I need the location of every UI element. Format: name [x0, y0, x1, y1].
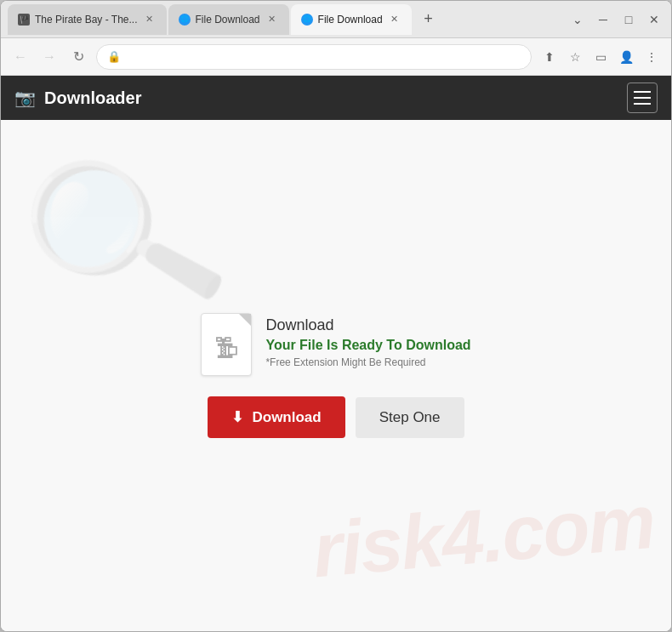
- hamburger-line-3: [634, 103, 651, 105]
- browser-window: 🏴 The Pirate Bay - The... ✕ 🌐 File Downl…: [0, 0, 672, 632]
- card-info: 🗜 Download Your File Is Ready To Downloa…: [201, 313, 470, 376]
- step-one-button[interactable]: Step One: [356, 397, 464, 438]
- new-tab-button[interactable]: +: [417, 8, 441, 31]
- camera-icon: 📷: [14, 88, 36, 108]
- file-icon: 🗜: [201, 313, 252, 376]
- share-icon[interactable]: ⬆: [538, 46, 561, 68]
- close-button[interactable]: ✕: [644, 9, 664, 30]
- download-button-label: Download: [252, 409, 321, 426]
- main-content: 🔍 risk4.com 🗜 Download Your File Is Read…: [1, 120, 671, 631]
- download-arrow-icon: ⬇: [231, 408, 243, 426]
- card-text: Download Your File Is Ready To Download …: [265, 313, 470, 368]
- window-controls: ⌄ ─ □ ✕: [567, 9, 664, 30]
- restore-button[interactable]: □: [618, 9, 639, 30]
- address-input[interactable]: 🔒: [96, 44, 532, 70]
- tab-filedownload1-label: File Download: [196, 14, 260, 26]
- download-title: Download: [265, 316, 470, 334]
- tab-pirate-close[interactable]: ✕: [143, 13, 157, 26]
- tab-filedownload2[interactable]: 🌐 File Download ✕: [291, 4, 412, 35]
- tab-favicon-circle1: 🌐: [179, 14, 191, 26]
- tab-filedownload2-close[interactable]: ✕: [388, 13, 401, 26]
- toolbar-icons: ⬆ ☆ ▭ 👤 ⋮: [538, 46, 663, 68]
- minimize-button[interactable]: ─: [593, 9, 613, 30]
- star-icon[interactable]: ☆: [564, 46, 586, 68]
- tab-filedownload2-label: File Download: [318, 14, 383, 26]
- download-note: *Free Extension Might Be Required: [265, 356, 470, 368]
- tab-bar: 🏴 The Pirate Bay - The... ✕ 🌐 File Downl…: [1, 1, 671, 38]
- lock-icon: 🔒: [107, 50, 121, 63]
- zip-icon: 🗜: [214, 334, 238, 362]
- chevron-up-icon: ⌄: [567, 9, 588, 30]
- site-logo: 📷 Downloader: [14, 88, 141, 108]
- download-button[interactable]: ⬇ Download: [208, 396, 345, 438]
- tab-filedownload1[interactable]: 🌐 File Download ✕: [168, 4, 289, 35]
- back-button[interactable]: ←: [9, 46, 31, 68]
- address-bar: ← → ↻ 🔒 ⬆ ☆ ▭ 👤 ⋮: [1, 38, 671, 76]
- hamburger-line-1: [634, 91, 651, 93]
- forward-button[interactable]: →: [38, 46, 60, 68]
- hamburger-menu-button[interactable]: [627, 83, 658, 113]
- card-buttons: ⬇ Download Step One: [208, 396, 464, 438]
- tab-favicon-circle2: 🌐: [301, 14, 313, 26]
- tab-pirate-label: The Pirate Bay - The...: [35, 14, 138, 26]
- site-navbar: 📷 Downloader: [1, 76, 671, 120]
- sidebar-icon[interactable]: ▭: [589, 46, 612, 68]
- profile-icon[interactable]: 👤: [615, 46, 637, 68]
- tab-pirate-bay[interactable]: 🏴 The Pirate Bay - The... ✕: [8, 4, 167, 35]
- menu-icon[interactable]: ⋮: [641, 46, 663, 68]
- tab-filedownload1-close[interactable]: ✕: [265, 13, 279, 26]
- refresh-button[interactable]: ↻: [67, 46, 89, 68]
- download-subtitle: Your File Is Ready To Download: [265, 338, 470, 353]
- logo-text: Downloader: [44, 88, 141, 108]
- watermark-text: risk4.com: [309, 478, 658, 595]
- tab-favicon-pirate: 🏴: [18, 14, 30, 26]
- hamburger-line-2: [634, 97, 651, 99]
- step-one-label: Step One: [379, 409, 441, 425]
- download-card: 🗜 Download Your File Is Ready To Downloa…: [201, 313, 470, 438]
